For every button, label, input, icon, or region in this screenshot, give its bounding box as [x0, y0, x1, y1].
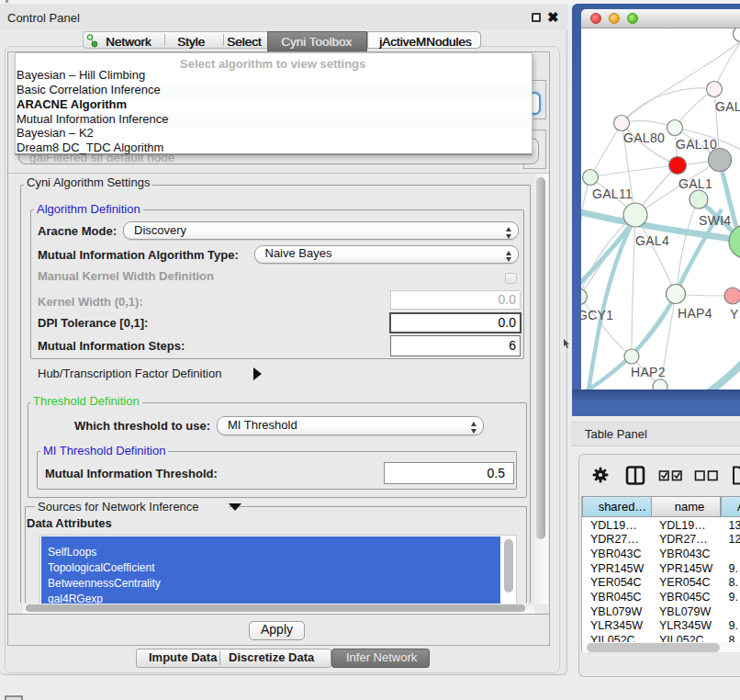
- svg-text:GAL80: GAL80: [623, 130, 665, 145]
- svg-text:HAP2: HAP2: [631, 365, 666, 379]
- svg-text:GCY1: GCY1: [581, 308, 613, 322]
- svg-text:GAL10: GAL10: [676, 137, 717, 152]
- svg-text:SWI4: SWI4: [699, 213, 731, 228]
- svg-text:HAP4: HAP4: [678, 306, 712, 321]
- svg-text:GAL4: GAL4: [635, 233, 669, 248]
- svg-text:Y: Y: [730, 307, 739, 322]
- svg-text:GAL11: GAL11: [592, 186, 633, 201]
- svg-text:GAL1: GAL1: [678, 176, 712, 191]
- svg-text:GAL7: GAL7: [715, 99, 740, 114]
